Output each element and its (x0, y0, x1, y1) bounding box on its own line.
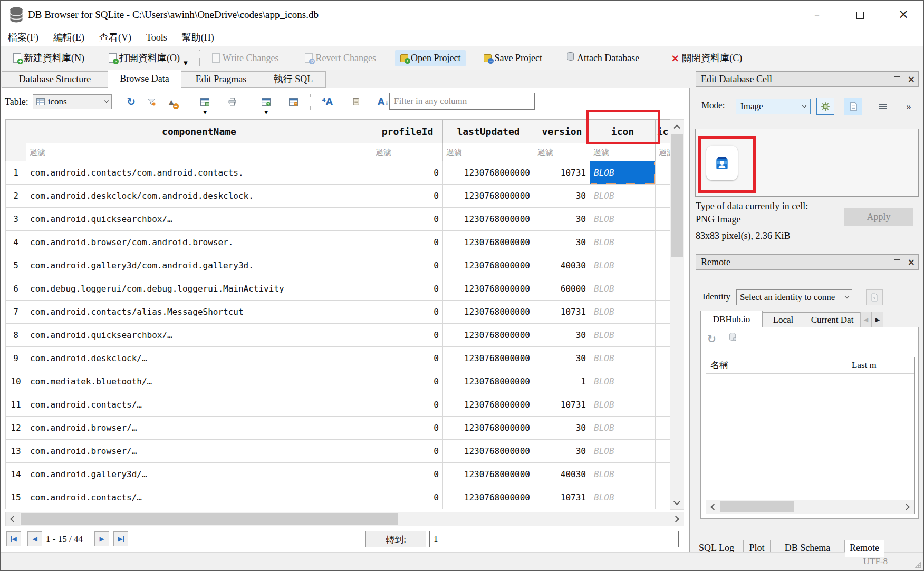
cell-profileId[interactable]: 0 (372, 161, 443, 185)
cell-profileId[interactable]: 0 (372, 301, 443, 324)
apply-button[interactable]: Apply (844, 208, 913, 226)
cell-componentName[interactable]: com.android.gallery3d/com.android.galler… (26, 254, 372, 277)
cell-componentName[interactable]: com.android.browser/com.android.browser. (26, 231, 372, 254)
row-number[interactable]: 11 (5, 393, 26, 417)
cell-version[interactable]: 30 (534, 324, 590, 347)
cell-componentName[interactable]: com.android.contacts/… (26, 393, 372, 417)
row-number[interactable]: 4 (5, 231, 26, 254)
cell-extra[interactable] (656, 347, 670, 370)
row-number[interactable]: 1 (5, 161, 26, 185)
mode-select[interactable]: Image (736, 99, 811, 114)
cell-icon[interactable]: BLOB (590, 486, 656, 509)
filter-input[interactable]: 過濾 (443, 143, 534, 161)
cell-icon[interactable]: BLOB (590, 231, 656, 254)
cell-profileId[interactable]: 0 (372, 185, 443, 208)
cell-extra[interactable] (656, 208, 670, 231)
cell-componentName[interactable]: com.mediatek.bluetooth/… (26, 370, 372, 393)
column-header-lastUpdated[interactable]: lastUpdated (443, 119, 534, 143)
open-database-button[interactable]: › 打開資料庫(O) ▼ (103, 49, 193, 67)
column-header-componentName[interactable]: componentName (26, 119, 372, 143)
tab-database-structure[interactable]: Database Structure (2, 71, 108, 88)
cell-extra[interactable] (656, 161, 670, 185)
cell-extra[interactable] (656, 393, 670, 417)
filter-input[interactable]: 過濾 (656, 143, 670, 161)
close-button[interactable]: × (891, 4, 916, 25)
cell-extra[interactable] (656, 185, 670, 208)
text-view-button[interactable] (844, 98, 862, 115)
cell-lastUpdated[interactable]: 1230768000000 (443, 208, 534, 231)
cell-componentName[interactable]: com.android.deskclock/… (26, 347, 372, 370)
cell-version[interactable]: 30 (534, 208, 590, 231)
column-header-last-modified[interactable]: Last m (852, 357, 913, 373)
cell-icon[interactable]: BLOB (590, 277, 656, 301)
cell-componentName[interactable]: com.android.contacts/… (26, 486, 372, 509)
write-changes-button[interactable]: Write Changes (207, 50, 284, 66)
cell-icon[interactable]: BLOB (590, 301, 656, 324)
row-number[interactable]: 12 (5, 417, 26, 440)
row-number[interactable]: 9 (5, 347, 26, 370)
menu-help[interactable]: 幫助(H) (175, 31, 222, 44)
clone-database-icon[interactable] (729, 333, 736, 341)
cell-lastUpdated[interactable]: 1230768000000 (443, 440, 534, 463)
cell-profileId[interactable]: 0 (372, 463, 443, 486)
filter-input[interactable]: 過濾 (590, 143, 656, 161)
first-page-button[interactable]: ◀ (6, 531, 21, 546)
scroll-down-button[interactable] (670, 496, 684, 509)
import-data-button[interactable] (816, 98, 834, 115)
horizontal-scrollbar-thumb[interactable] (21, 513, 398, 525)
cell-componentName[interactable]: com.android.contacts/com.android.contact… (26, 161, 372, 185)
scrollbar-thumb[interactable] (720, 501, 794, 512)
goto-button[interactable]: 轉到: (365, 531, 426, 547)
cell-icon[interactable]: BLOB (590, 161, 656, 185)
cell-componentName[interactable]: com.android.browser/… (26, 440, 372, 463)
open-database-dropdown-icon[interactable]: ▼ (184, 60, 188, 66)
cell-extra[interactable] (656, 417, 670, 440)
cell-icon[interactable]: BLOB (590, 324, 656, 347)
cell-lastUpdated[interactable]: 1230768000000 (443, 417, 534, 440)
cell-profileId[interactable]: 0 (372, 277, 443, 301)
cell-extra[interactable] (656, 440, 670, 463)
font-button[interactable]: ⁴A (320, 94, 335, 109)
close-panel-icon[interactable]: × (908, 75, 915, 84)
cell-version[interactable]: 30 (534, 417, 590, 440)
cell-icon[interactable]: BLOB (590, 254, 656, 277)
column-header-profileId[interactable]: profileId (372, 119, 443, 143)
horizontal-scrollbar[interactable] (5, 512, 684, 526)
cell-version[interactable]: 30 (534, 185, 590, 208)
insert-record-dropdown-icon[interactable]: ▼ (264, 110, 268, 115)
minimize-button[interactable]: – (804, 4, 830, 25)
resize-grip[interactable] (915, 562, 921, 568)
refresh-button[interactable]: ↻ (123, 94, 139, 109)
cell-lastUpdated[interactable]: 1230768000000 (443, 277, 534, 301)
cell-componentName[interactable]: com.debug.loggerui/com.debug.loggerui.Ma… (26, 277, 372, 301)
cell-lastUpdated[interactable]: 1230768000000 (443, 486, 534, 509)
cell-lastUpdated[interactable]: 1230768000000 (443, 231, 534, 254)
cell-version[interactable]: 30 (534, 440, 590, 463)
row-number[interactable]: 8 (5, 324, 26, 347)
encoding-button[interactable] (348, 94, 364, 109)
cell-extra[interactable] (656, 463, 670, 486)
scroll-up-button[interactable] (670, 120, 684, 133)
cell-extra[interactable] (656, 324, 670, 347)
dock-tab-remote[interactable]: Remote (845, 540, 884, 557)
remote-tab-current-db[interactable]: Current Dat (804, 312, 861, 327)
scroll-right-button[interactable] (900, 500, 914, 513)
cell-version[interactable]: 10731 (534, 393, 590, 417)
cell-lastUpdated[interactable]: 1230768000000 (443, 254, 534, 277)
cell-profileId[interactable]: 0 (372, 254, 443, 277)
filter-input[interactable]: 過濾 (26, 143, 372, 161)
cell-icon[interactable]: BLOB (590, 463, 656, 486)
cell-profileId[interactable]: 0 (372, 324, 443, 347)
cell-profileId[interactable]: 0 (372, 208, 443, 231)
column-header-name[interactable]: 名稱 (710, 357, 728, 373)
cell-extra[interactable] (656, 231, 670, 254)
vertical-scrollbar-thumb[interactable] (671, 134, 683, 257)
attach-database-button[interactable]: Attach Database (561, 50, 644, 66)
cell-componentName[interactable]: com.android.gallery3d/… (26, 463, 372, 486)
open-project-button[interactable]: › Open Project (395, 50, 466, 66)
cell-lastUpdated[interactable]: 1230768000000 (443, 393, 534, 417)
cell-lastUpdated[interactable]: 1230768000000 (443, 324, 534, 347)
print-button[interactable] (225, 94, 240, 109)
cell-profileId[interactable]: 0 (372, 440, 443, 463)
refresh-icon[interactable]: ↻ (707, 333, 716, 345)
